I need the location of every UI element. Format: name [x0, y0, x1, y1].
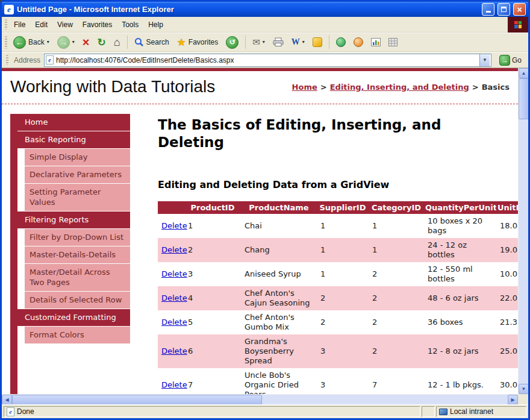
back-button[interactable]: ← Back ▾	[10, 34, 53, 51]
delete-link[interactable]: Delete	[161, 318, 187, 327]
address-dropdown-button[interactable]: ▼	[479, 54, 490, 66]
breadcrumb-link-home[interactable]: Home	[292, 83, 317, 92]
menu-favorites[interactable]: Favorites	[78, 18, 117, 31]
cell-productid: 2	[184, 238, 241, 262]
scroll-left-button[interactable]: ◀	[2, 395, 12, 405]
toolbar-grip[interactable]	[6, 55, 8, 66]
cell-unitprice: 30.0	[496, 368, 518, 395]
grid-header-quantityperunit: QuantityPerUnit	[424, 201, 496, 214]
forward-dropdown-icon[interactable]: ▾	[72, 40, 75, 45]
history-button[interactable]: ↺	[222, 34, 242, 51]
cell-productid: 3	[184, 262, 241, 286]
sidebar-item-basic-reporting[interactable]: Basic Reporting	[10, 131, 130, 148]
mail-icon: ✉	[252, 37, 260, 48]
print-button[interactable]	[269, 34, 287, 51]
search-button[interactable]: Search	[131, 34, 173, 51]
go-icon: →	[499, 55, 510, 66]
addon-button-3[interactable]	[367, 34, 384, 51]
addon-button-2[interactable]	[350, 34, 367, 51]
mail-dropdown-icon[interactable]: ▾	[263, 40, 265, 45]
stop-button[interactable]: ×	[79, 34, 93, 51]
delete-link[interactable]: Delete	[161, 380, 187, 389]
address-input[interactable]: e http://localhost:4076/Code/EditInsertD…	[44, 54, 491, 67]
toolbar-grip[interactable]	[5, 36, 7, 49]
windows-brand-block	[508, 17, 528, 33]
cell-productname: Uncle Bob's Organic Dried Pears	[241, 368, 317, 395]
page-title: The Basics of Editing, Inserting, and De…	[158, 116, 465, 151]
horizontal-scrollbar[interactable]: ◀ ▶	[2, 394, 518, 404]
cell-categoryid: 2	[369, 334, 424, 368]
menu-help[interactable]: Help	[143, 18, 168, 31]
scroll-right-button[interactable]: ▶	[508, 395, 518, 405]
horizontal-scroll-thumb[interactable]	[12, 395, 262, 405]
cell-categoryid: 2	[369, 310, 424, 334]
grid-header-productname: ProductName	[241, 201, 317, 214]
home-button[interactable]: ⌂	[110, 34, 124, 51]
sidebar-item-setting-parameter-values[interactable]: Setting Parameter Values	[25, 184, 130, 211]
menu-view[interactable]: View	[52, 18, 78, 31]
vertical-scrollbar[interactable]: ▲ ▼	[518, 68, 528, 394]
cell-supplierid: 3	[317, 334, 369, 368]
table-row: Delete 6 Grandma's Boysenberry Spread 3 …	[158, 334, 518, 368]
go-button[interactable]: → Go	[495, 53, 526, 67]
toolbar-separator	[245, 36, 246, 49]
menu-edit[interactable]: Edit	[30, 18, 52, 31]
delete-link[interactable]: Delete	[161, 269, 187, 278]
menu-file[interactable]: File	[9, 18, 30, 31]
scroll-up-button[interactable]: ▲	[519, 68, 529, 78]
cell-productname: Aniseed Syrup	[241, 262, 317, 286]
page-icon: e	[46, 55, 54, 64]
sidebar-item-master-details-details[interactable]: Master-Details-Details	[25, 246, 130, 263]
refresh-button[interactable]: ↻	[93, 34, 109, 51]
delete-link[interactable]: Delete	[161, 245, 187, 254]
sidebar-item-home[interactable]: Home	[10, 114, 130, 131]
delete-link[interactable]: Delete	[161, 293, 187, 302]
scroll-down-button[interactable]: ▼	[519, 384, 529, 394]
sidebar-item-details-selected-row[interactable]: Details of Selected Row	[25, 292, 130, 309]
vertical-scroll-thumb[interactable]	[519, 78, 529, 119]
close-icon: ×	[517, 5, 522, 14]
print-icon	[273, 37, 284, 47]
breadcrumb-separator: >	[472, 83, 479, 92]
standard-toolbar: ← Back ▾ → ▾ × ↻ ⌂ Search ★ Favorites ↺ …	[2, 33, 528, 52]
sidebar-item-simple-display[interactable]: Simple Display	[25, 149, 130, 166]
cell-productname: Chef Anton's Cajun Seasoning	[241, 286, 317, 310]
edit-button[interactable]: W ▾	[288, 34, 308, 51]
maximize-button[interactable]	[497, 3, 510, 16]
cell-unitprice: 18.0	[496, 214, 518, 238]
refresh-icon: ↻	[97, 36, 105, 49]
addon-button-1[interactable]	[332, 34, 349, 51]
maximize-icon	[501, 7, 507, 12]
home-icon: ⌂	[114, 37, 120, 48]
addon-button-4[interactable]	[385, 34, 401, 51]
cell-unitprice: 10.0	[496, 262, 518, 286]
favorites-button[interactable]: ★ Favorites	[173, 34, 222, 51]
grid-header-row: ProductID ProductName SupplierID Categor…	[158, 201, 518, 214]
minimize-button[interactable]	[482, 3, 494, 16]
cell-unitprice: 25.0	[496, 334, 518, 368]
messenger-button[interactable]	[309, 34, 326, 51]
edit-dropdown-icon[interactable]: ▾	[302, 40, 305, 45]
sidebar-item-format-colors[interactable]: Format Colors	[25, 327, 130, 343]
cell-unitprice: 19.0	[496, 238, 518, 262]
sidebar-item-filter-dropdown-list[interactable]: Filter by Drop-Down List	[25, 229, 130, 246]
sidebar-item-master-detail-two-pages[interactable]: Master/Detail Across Two Pages	[25, 264, 130, 291]
breadcrumb-link-section[interactable]: Editing, Inserting, and Deleting	[330, 83, 469, 92]
address-label: Address	[14, 56, 40, 64]
delete-link[interactable]: Delete	[161, 221, 187, 230]
cell-productname: Chai	[241, 214, 317, 238]
status-left-pane: e Done	[4, 406, 420, 417]
sidebar-item-filtering-reports[interactable]: Filtering Reports	[10, 212, 130, 228]
sidebar-item-customized-formatting[interactable]: Customized Formatting	[10, 309, 130, 326]
back-dropdown-icon[interactable]: ▾	[47, 40, 49, 45]
delete-link[interactable]: Delete	[161, 346, 187, 356]
menu-tools[interactable]: Tools	[117, 18, 143, 31]
forward-button[interactable]: → ▾	[54, 34, 78, 51]
sidebar-item-declarative-parameters[interactable]: Declarative Parameters	[25, 166, 130, 183]
cell-supplierid: 1	[317, 262, 369, 286]
close-button[interactable]: ×	[513, 3, 526, 16]
toolbar-grip[interactable]	[5, 19, 7, 30]
mail-button[interactable]: ✉ ▾	[249, 34, 269, 51]
go-label: Go	[512, 56, 522, 64]
section-heading: Editing and Deleting Data from a GridVie…	[158, 179, 518, 190]
